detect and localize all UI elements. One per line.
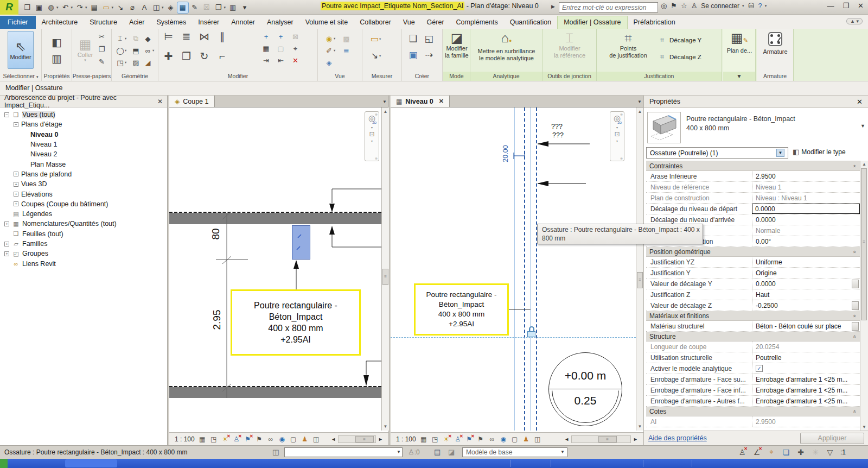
switch-windows-icon[interactable]: ❐ [213, 2, 224, 13]
pin-icon[interactable]: ⌖ [767, 447, 776, 457]
redo-icon[interactable]: ↷ [74, 2, 85, 13]
property-value[interactable]: 0.0000 [752, 204, 860, 214]
tree-item-coupes-coupe-du-b-timent-[interactable]: +Coupes (Coupe du bâtiment) [0, 199, 167, 209]
selector-dropdown-icon[interactable]: ▼ [776, 149, 784, 157]
close-hidden-windows-icon[interactable]: ☒ [201, 2, 212, 13]
tab-analyser[interactable]: Analyser [261, 16, 299, 29]
trim-single-icon[interactable]: ⇥ [261, 56, 271, 65]
navigation-bar-plan[interactable]: ⊗ ◎ 2D ▾ ⊡ ▾ ⊗ [610, 111, 624, 161]
lightbulb-icon[interactable]: ◉ [324, 34, 334, 43]
sync-icon-arrow[interactable]: ▾ [56, 5, 59, 10]
crop-region-icon[interactable]: ∞ [488, 435, 496, 443]
property-value[interactable]: 0.0000 [752, 214, 860, 225]
shadows-icon[interactable]: ⚑✕ [244, 435, 252, 443]
copy-icon[interactable]: ❐ [97, 45, 106, 54]
tree-item-vues-tout-[interactable]: −❑Vues (tout) [0, 110, 167, 119]
mirror-icon[interactable]: ⋈ [200, 32, 209, 41]
panel-label-select[interactable]: Sélectionner ▾ [0, 72, 41, 81]
scale-icon[interactable]: ▢ [276, 44, 285, 53]
expand-icon[interactable]: + [14, 182, 18, 187]
taskbar-button[interactable] [65, 459, 117, 467]
tab-ins-rer[interactable]: Insérer [192, 16, 225, 29]
text-icon[interactable]: A [139, 2, 150, 13]
panel-label-create[interactable]: Créer [402, 72, 442, 81]
help-arrow-icon[interactable]: ▾ [765, 4, 767, 8]
paint-icon[interactable]: ▨ [131, 58, 141, 67]
temporary-view-icon[interactable]: ▢ [510, 435, 519, 443]
coupe-vertical-scrollbar[interactable]: ▲ ≡ ▼ [381, 107, 389, 431]
tree-item-el-vations[interactable]: +Elévations [0, 189, 167, 199]
close-view-icon[interactable]: ✕ [439, 98, 444, 105]
property-value[interactable]: Poutrelle [752, 352, 860, 363]
property-group-structure[interactable]: Structure» [646, 332, 860, 341]
panel-label-work-plane[interactable]: ▼ [723, 72, 755, 81]
worksets-icon[interactable]: ◫ [272, 448, 279, 456]
print-icon[interactable]: ▤ [89, 2, 100, 13]
tab-quantification[interactable]: Quantification [504, 16, 557, 29]
scale-icon[interactable]: ▦ [198, 435, 207, 443]
temporary-view-icon[interactable]: ▢ [289, 435, 298, 443]
level-elevation-text[interactable]: +0.00 m [548, 369, 622, 382]
undo-icon-arrow[interactable]: ▾ [71, 5, 73, 10]
demolish-hammer-icon[interactable]: ◢ [143, 58, 152, 67]
question-tag-bottom[interactable]: ??? [552, 131, 564, 139]
app-store-icon[interactable]: ⛁ [749, 2, 755, 10]
tab-coupe-1[interactable]: ◈ Coupe 1 [169, 96, 215, 107]
panel-label-analytical[interactable]: Analytique [470, 72, 542, 81]
tree-item-vues-3d[interactable]: +Vues 3D [0, 179, 167, 189]
ribbon-toggle-button[interactable]: ▲ ▾ [846, 18, 863, 24]
create-group-icon[interactable]: ❑ [409, 34, 418, 43]
work-plane-button[interactable]: ▦✎ Plan de... [725, 31, 754, 70]
collapse-icon[interactable]: − [4, 112, 9, 117]
navigation-bar[interactable]: ⊗ ◎ 2D ▾ ⊡ ▾ ⊗ [365, 111, 379, 161]
panel-label-measure[interactable]: Mesurer [362, 72, 401, 81]
analytical-toggle-icon[interactable]: ♟ [522, 435, 531, 443]
tree-item-niveau-0[interactable]: Niveau 0 [0, 130, 167, 140]
panel-label-geometry[interactable]: Géométrie [112, 72, 158, 81]
unpin-icon[interactable]: ⊠ [291, 32, 300, 41]
property-value[interactable]: Enrobage d'armature 1 <25 m... [752, 374, 860, 384]
property-value[interactable]: Normale [752, 225, 860, 236]
measure-ruler-icon[interactable]: ▭ [370, 34, 379, 43]
tree-item-plan-masse[interactable]: Plan Masse [0, 159, 167, 169]
undo-icon[interactable]: ↶ [60, 2, 71, 13]
beam-edge-dashed[interactable] [524, 107, 525, 431]
paste-button[interactable]: ▦ Coller ▾ [75, 31, 95, 69]
dimension-80[interactable]: 80 [210, 223, 222, 245]
property-value[interactable]: Niveau : Niveau 1 [752, 193, 860, 203]
customize-qat-icon[interactable]: ▾ [239, 2, 250, 13]
match-properties-icon[interactable]: ✎ [97, 57, 106, 66]
offset-icon[interactable]: ≣ [182, 32, 191, 41]
crop-view-icon[interactable]: ⚑ [476, 435, 485, 443]
property-value[interactable]: 2.9500 [752, 416, 860, 427]
property-group-mat-riaux-et-finitions[interactable]: Matériaux et finitions» [646, 311, 860, 321]
selection-box-icon[interactable]: ◈ [324, 58, 334, 67]
save-icon[interactable]: ▣ [34, 2, 44, 13]
thin-lines-icon[interactable]: ▦ [177, 2, 188, 13]
measure-icon-arrow[interactable]: ▾ [112, 5, 114, 10]
panel-label-joints[interactable]: Outils de jonction [542, 72, 596, 81]
sign-in-button[interactable]: Se connecter [701, 2, 739, 10]
move-icon[interactable]: ✚ [164, 52, 173, 61]
tab-volume-et-site[interactable]: Volume et site [299, 16, 354, 29]
property-value[interactable]: ✓ [752, 363, 860, 374]
tab-annoter[interactable]: Annoter [225, 16, 261, 29]
property-value[interactable]: 0.0000 [752, 279, 852, 289]
restore-button[interactable]: ❐ [843, 2, 849, 10]
tab-pr-fabrication[interactable]: Préfabrication [628, 16, 681, 29]
create-assembly-icon[interactable]: ◱ [424, 34, 433, 43]
panel-label-rebar[interactable]: Armature [757, 72, 793, 81]
properties-scrollbar[interactable]: ▲ ≡ ▼ [860, 161, 868, 431]
user-interface-icon[interactable]: ▥ [227, 2, 238, 13]
tree-item-feuilles-tout-[interactable]: ❏Feuilles (tout) [0, 229, 167, 239]
tab-niveau-0[interactable]: ▦ Niveau 0 ✕ [391, 96, 450, 107]
panel-label-properties[interactable]: Propriétés [42, 72, 72, 81]
search-icon[interactable]: ◎ [661, 2, 667, 10]
taskbar-start-edge[interactable] [0, 459, 8, 468]
beam-edge-dashed-2[interactable] [536, 107, 537, 431]
expand-icon[interactable]: + [14, 192, 18, 197]
cope-icon[interactable]: ⌶ [116, 34, 125, 43]
search-input[interactable] [559, 2, 658, 12]
search-collapse-icon[interactable]: ▶ [551, 4, 555, 9]
select-by-id-icon[interactable]: ✚ [796, 448, 805, 457]
